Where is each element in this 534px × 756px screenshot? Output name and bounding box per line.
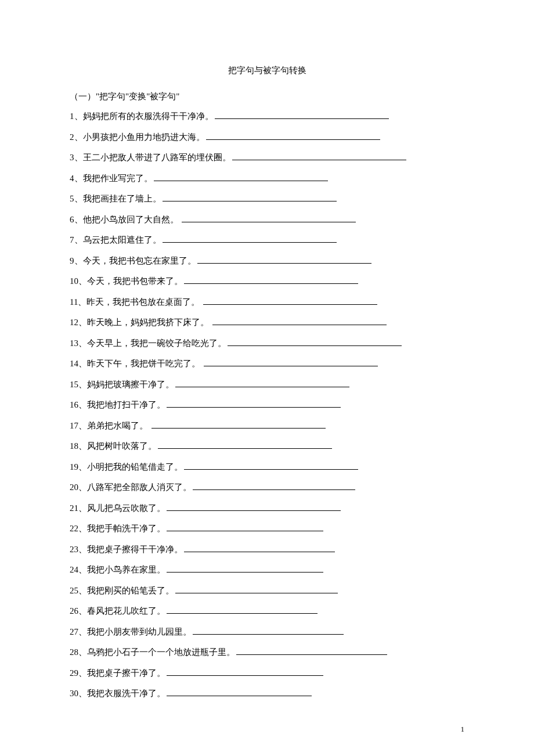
item-number: 22、 bbox=[70, 524, 87, 533]
exercise-item: 28、乌鸦把小石子一个一个地放进瓶子里。 bbox=[70, 646, 464, 659]
item-text: 我把作业写完了。 bbox=[83, 174, 153, 183]
item-text: 风把树叶吹落了。 bbox=[87, 441, 157, 451]
exercise-item: 19、小明把我的铅笔借走了。 bbox=[70, 460, 464, 474]
item-number: 20、 bbox=[70, 483, 87, 492]
item-text: 我把衣服洗干净了。 bbox=[87, 689, 165, 698]
answer-blank bbox=[184, 543, 335, 552]
answer-blank bbox=[215, 110, 389, 119]
answer-blank bbox=[182, 213, 356, 222]
answer-blank bbox=[197, 254, 371, 264]
answer-blank bbox=[184, 275, 358, 284]
exercise-item: 4、我把作业写完了。 bbox=[70, 172, 464, 185]
exercise-item: 23、我把桌子擦得干干净净。 bbox=[70, 543, 464, 556]
answer-blank bbox=[203, 296, 377, 305]
item-number: 16、 bbox=[70, 400, 87, 409]
answer-blank bbox=[167, 502, 341, 511]
exercise-item: 16、我把地打扫干净了。 bbox=[70, 398, 464, 412]
item-text: 今天，我把书包带来了。 bbox=[87, 276, 183, 286]
answer-blank bbox=[206, 131, 380, 140]
answer-blank bbox=[228, 337, 402, 346]
item-text: 春风把花儿吹红了。 bbox=[87, 606, 165, 615]
exercise-item: 6、他把小鸟放回了大自然。 bbox=[70, 213, 464, 226]
item-text: 妈妈把玻璃擦干净了。 bbox=[87, 380, 174, 389]
exercise-item: 9、今天，我把书包忘在家里了。 bbox=[70, 254, 464, 268]
item-text: 妈妈把所有的衣服洗得干干净净。 bbox=[83, 111, 214, 121]
answer-blank bbox=[163, 192, 337, 201]
item-number: 2、 bbox=[70, 132, 83, 142]
exercise-item: 14、昨天下午，我把饼干吃完了。 bbox=[70, 357, 464, 370]
answer-blank bbox=[193, 625, 344, 635]
exercise-item: 24、我把小鸟养在家里。 bbox=[70, 563, 464, 577]
item-text: 弟弟把水喝了。 bbox=[87, 421, 150, 430]
exercise-item: 30、我把衣服洗干净了。 bbox=[70, 687, 464, 700]
item-number: 26、 bbox=[70, 606, 87, 615]
item-number: 10、 bbox=[70, 276, 87, 286]
item-number: 29、 bbox=[70, 668, 87, 678]
item-text: 乌云把太阳遮住了。 bbox=[83, 235, 161, 244]
item-number: 4、 bbox=[70, 174, 83, 183]
item-text: 我把桌子擦得干干净净。 bbox=[87, 545, 183, 554]
exercise-item: 11、昨天，我把书包放在桌面了。 bbox=[70, 296, 464, 309]
section-heading: （一）"把字句"变换"被字句" bbox=[70, 90, 464, 103]
answer-blank bbox=[232, 151, 406, 160]
item-number: 28、 bbox=[70, 647, 87, 657]
item-number: 23、 bbox=[70, 545, 87, 554]
item-text: 乌鸦把小石子一个一个地放进瓶子里。 bbox=[87, 647, 235, 657]
answer-blank bbox=[167, 604, 317, 614]
exercise-item: 15、妈妈把玻璃擦干净了。 bbox=[70, 378, 464, 391]
item-number: 1、 bbox=[70, 111, 83, 121]
item-text: 我把小朋友带到幼儿园里。 bbox=[87, 627, 192, 636]
answer-blank bbox=[236, 646, 387, 655]
exercise-item: 26、春风把花儿吹红了。 bbox=[70, 604, 464, 618]
item-number: 17、 bbox=[70, 421, 87, 430]
item-number: 21、 bbox=[70, 503, 87, 513]
item-text: 今天，我把书包忘在家里了。 bbox=[83, 256, 196, 265]
item-number: 6、 bbox=[70, 215, 83, 224]
exercise-item: 22、我把手帕洗干净了。 bbox=[70, 522, 464, 535]
item-number: 18、 bbox=[70, 441, 87, 451]
exercise-item: 1、妈妈把所有的衣服洗得干干净净。 bbox=[70, 110, 464, 123]
exercise-item: 5、我把画挂在了墙上。 bbox=[70, 192, 464, 206]
answer-blank bbox=[212, 316, 387, 325]
item-text: 昨天，我把书包放在桌面了。 bbox=[86, 297, 202, 307]
answer-blank bbox=[167, 667, 323, 676]
items-list: 1、妈妈把所有的衣服洗得干干净净。2、小男孩把小鱼用力地扔进大海。3、王二小把敌… bbox=[70, 110, 464, 700]
item-text: 今天早上，我把一碗饺子给吃光了。 bbox=[87, 339, 226, 348]
item-number: 13、 bbox=[70, 339, 87, 348]
item-number: 15、 bbox=[70, 380, 87, 389]
item-number: 25、 bbox=[70, 586, 87, 595]
item-number: 19、 bbox=[70, 462, 87, 471]
item-number: 9、 bbox=[70, 256, 83, 265]
item-text: 我把刚买的铅笔丢了。 bbox=[87, 586, 174, 595]
answer-blank bbox=[175, 584, 338, 593]
item-text: 昨天下午，我把饼干吃完了。 bbox=[87, 359, 203, 368]
answer-blank bbox=[184, 460, 358, 470]
answer-blank bbox=[167, 522, 323, 531]
exercise-item: 27、我把小朋友带到幼儿园里。 bbox=[70, 625, 464, 639]
document-title: 把字句与被字句转换 bbox=[70, 64, 464, 77]
item-text: 王二小把敌人带进了八路军的埋伏圈。 bbox=[83, 153, 231, 162]
exercise-item: 10、今天，我把书包带来了。 bbox=[70, 275, 464, 288]
answer-blank bbox=[193, 481, 355, 490]
exercise-item: 25、我把刚买的铅笔丢了。 bbox=[70, 584, 464, 597]
answer-blank bbox=[151, 419, 326, 429]
item-text: 昨天晚上，妈妈把我挤下床了。 bbox=[87, 318, 211, 327]
answer-blank bbox=[163, 233, 337, 243]
document-page: 把字句与被字句转换 （一）"把字句"变换"被字句" 1、妈妈把所有的衣服洗得干干… bbox=[0, 0, 534, 743]
exercise-item: 21、风儿把乌云吹散了。 bbox=[70, 502, 464, 515]
answer-blank bbox=[167, 563, 323, 573]
page-number: 1 bbox=[461, 725, 465, 734]
item-number: 3、 bbox=[70, 153, 83, 162]
exercise-item: 17、弟弟把水喝了。 bbox=[70, 419, 464, 433]
item-text: 小男孩把小鱼用力地扔进大海。 bbox=[83, 132, 205, 142]
exercise-item: 3、王二小把敌人带进了八路军的埋伏圈。 bbox=[70, 151, 464, 164]
exercise-item: 18、风把树叶吹落了。 bbox=[70, 440, 464, 453]
exercise-item: 29、我把桌子擦干净了。 bbox=[70, 667, 464, 680]
exercise-item: 13、今天早上，我把一碗饺子给吃光了。 bbox=[70, 337, 464, 350]
item-text: 风儿把乌云吹散了。 bbox=[87, 503, 165, 513]
item-number: 14、 bbox=[70, 359, 87, 368]
item-text: 八路军把全部敌人消灭了。 bbox=[87, 483, 192, 492]
item-text: 我把地打扫干净了。 bbox=[87, 400, 165, 409]
exercise-item: 2、小男孩把小鱼用力地扔进大海。 bbox=[70, 131, 464, 144]
item-number: 7、 bbox=[70, 235, 83, 244]
